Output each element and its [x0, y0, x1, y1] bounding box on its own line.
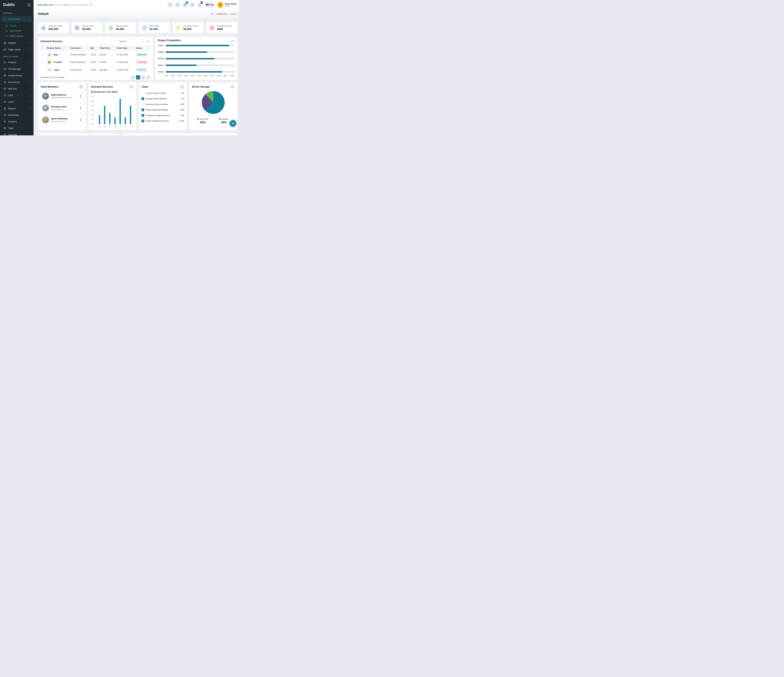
completion-options-button[interactable]	[231, 39, 235, 41]
sidebar-item-mail-box[interactable]: Mail Box	[2, 85, 32, 92]
team-options-button[interactable]	[79, 84, 83, 89]
sidebar-item-file-manager[interactable]: File Manager	[2, 66, 32, 72]
breadcrumb-separator: /	[228, 13, 229, 15]
sidebar-item-bookmarks[interactable]: Bookmarks	[2, 112, 32, 118]
row-checkbox[interactable]	[42, 53, 42, 56]
completion-axis-ticks: 0%10%20%30%40%50%60%70%80%90%100%	[166, 75, 235, 77]
tasks-options-button[interactable]	[179, 84, 184, 89]
task-checkbox[interactable]	[142, 92, 144, 95]
sort-icon	[82, 47, 83, 49]
team-member-row: A Adela parkson Digital Marketing Manage…	[40, 91, 83, 101]
storage-options-button[interactable]	[230, 84, 235, 89]
task-checkbox[interactable]	[142, 97, 144, 100]
pagination-prev[interactable]: «	[131, 75, 135, 79]
member-menu-button[interactable]	[79, 106, 82, 110]
search-button[interactable]	[167, 2, 173, 8]
total-price: $12,600	[100, 68, 117, 71]
task-checkbox[interactable]	[142, 103, 144, 106]
pagination-page-1[interactable]: 1	[136, 75, 140, 79]
member-role: Website Designer	[51, 120, 68, 123]
main-area: Don't Miss Out! Our new update has been …	[34, 0, 239, 135]
sort-asc-icon	[62, 48, 63, 48]
sidebar-subitem-online-course[interactable]: Online Course	[0, 33, 34, 39]
sidebar-item-label: Tasks	[8, 127, 14, 129]
task-checkbox[interactable]	[142, 120, 144, 123]
language-selector[interactable]: EN	[204, 2, 215, 8]
gear-icon	[231, 122, 235, 125]
task-value: 8.00	[180, 103, 184, 106]
sidebar-item-tasks[interactable]: Tasks	[2, 125, 32, 131]
bar-s-0	[99, 115, 100, 124]
brand-logo[interactable]: Dublin	[3, 3, 15, 7]
contacts-icon	[3, 120, 6, 123]
sidebar-item-reports[interactable]: Reports	[2, 105, 32, 112]
member-menu-button[interactable]	[79, 118, 82, 122]
user-menu[interactable]: E Emay Walter Admin	[217, 2, 237, 8]
stat-label: Ongoing projects	[217, 25, 232, 27]
sidebar-item-contacts[interactable]: Contacts	[2, 118, 32, 125]
settings-fab[interactable]	[230, 120, 236, 127]
sidebar-subitem-ecommerce[interactable]: Ecommerce	[0, 28, 34, 33]
table-search-input[interactable]	[128, 39, 145, 43]
alert-circle-icon	[141, 25, 148, 31]
row-checkbox[interactable]	[42, 68, 42, 71]
pagination-page-2[interactable]: 2	[141, 75, 145, 79]
col-customers[interactable]: Customers	[70, 47, 81, 49]
col-status[interactable]: Status	[136, 47, 142, 49]
search-icon	[169, 3, 171, 6]
sidebar-section-label: APPLICATIONS	[0, 53, 34, 59]
member-menu-button[interactable]	[79, 94, 82, 98]
theme-button[interactable]	[189, 2, 195, 8]
member-avatar: J	[42, 116, 49, 123]
favorites-button[interactable]	[174, 2, 180, 8]
sidebar-item-label: Calendar	[8, 134, 17, 135]
sidebar-item-users[interactable]: Users	[2, 99, 32, 105]
page-titlebar: Default / Dashboard / Default	[34, 9, 239, 18]
sidebar-item-calendar[interactable]: Calendar	[2, 132, 32, 135]
cart-button[interactable]: 2	[182, 2, 188, 8]
sidebar-item-dashboards[interactable]: Dashboards	[2, 16, 32, 22]
breadcrumb-dashboard[interactable]: Dashboard	[216, 13, 227, 15]
customer: Ronald Richards	[70, 53, 90, 56]
total-price: $1,250	[100, 53, 117, 56]
outreach-chart-options-button[interactable]	[129, 84, 134, 89]
task-value: 1.00	[180, 98, 184, 100]
select-all-checkbox[interactable]	[42, 47, 42, 50]
table-options-button[interactable]	[146, 40, 151, 42]
file-icon	[107, 25, 114, 31]
sidebar-item-ecommerce[interactable]: Ecommerce	[2, 79, 32, 85]
sidebar-item-widgets[interactable]: Widgets	[2, 40, 32, 46]
mail-icon	[3, 87, 6, 90]
page-title: Default	[38, 12, 48, 16]
server-storage-bottom-card: Server Storage Search:	[123, 134, 237, 135]
sidebar-item-chat[interactable]: Chat	[2, 92, 32, 98]
sidebar-item-label: Users	[8, 101, 14, 103]
notifications-badge: 4	[201, 1, 203, 4]
task-checkbox[interactable]	[142, 114, 144, 117]
topbar-actions: 2 4 EN E Emay Walter Admin	[167, 2, 237, 8]
sidebar-item-kanban-board[interactable]: Kanban Board	[2, 72, 32, 79]
football-image	[47, 59, 52, 65]
col-order-date[interactable]: Order Date	[117, 47, 127, 49]
sidebar-item-page-layout[interactable]: Page Layout	[2, 47, 32, 53]
storage-legend: Your files 63% System 25%	[192, 116, 235, 126]
widgets-icon	[3, 42, 6, 44]
task-checkbox[interactable]	[142, 109, 144, 111]
qty: 1 PCS	[90, 53, 100, 56]
x-axis-label: T	[109, 126, 110, 128]
sort-icon	[148, 47, 149, 49]
task-row: Develop Client Website8.00	[142, 103, 184, 106]
completion-bar-update: Update	[158, 51, 235, 53]
sidebar-subitem-default[interactable]: Default	[0, 23, 34, 28]
sidebar-toggle-grid-icon[interactable]	[28, 3, 31, 6]
pagination-next[interactable]: »	[146, 75, 151, 79]
member-avatar: A	[42, 93, 49, 99]
col-product-name[interactable]: Product Name	[47, 47, 61, 49]
col-total-price[interactable]: Total Price	[100, 47, 110, 49]
col-qty[interactable]: Qty	[90, 47, 94, 49]
row-checkbox[interactable]	[42, 61, 42, 64]
notifications-button[interactable]: 4	[197, 2, 202, 8]
home-icon[interactable]	[211, 13, 213, 15]
sidebar-item-projects[interactable]: Projects	[2, 59, 32, 65]
topbar: Don't Miss Out! Our new update has been …	[34, 0, 239, 9]
